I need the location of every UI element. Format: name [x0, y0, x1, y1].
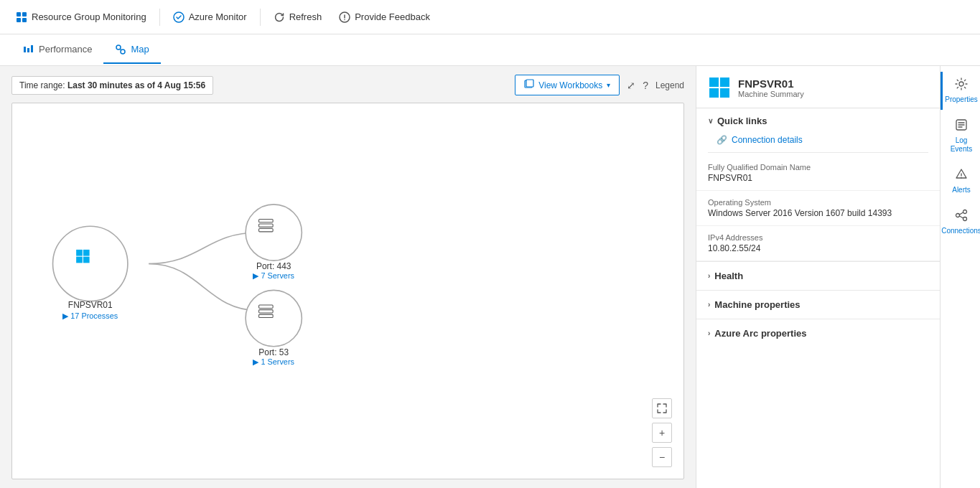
upper-node-servers: ▶ 7 Servers	[253, 271, 294, 280]
zoom-out-button[interactable]: −	[652, 447, 672, 467]
os-label: Operating System	[708, 198, 928, 207]
tab-performance-label: Performance	[39, 44, 92, 55]
os-value: Windows Server 2016 Version 1607 build 1…	[708, 208, 928, 218]
app-icon	[16, 11, 27, 23]
refresh-item[interactable]: Refresh	[266, 7, 330, 27]
legend-section[interactable]: Legend	[655, 80, 684, 90]
windows-logo	[708, 76, 731, 99]
tool-connections[interactable]: Connections	[941, 203, 980, 241]
azure-monitor-icon	[173, 11, 185, 23]
fqdn-value: FNPSVR01	[708, 173, 928, 183]
svg-rect-16	[76, 250, 83, 256]
svg-rect-18	[76, 257, 83, 263]
azure-monitor-label: Azure Monitor	[189, 11, 247, 22]
tab-performance[interactable]: Performance	[11, 37, 103, 64]
machine-name: FNPSVR01	[738, 78, 804, 90]
svg-point-36	[963, 217, 967, 221]
divider2	[260, 9, 261, 26]
main-content: Time range: Last 30 minutes as of 4 Aug …	[0, 66, 980, 488]
feedback-label: Provide Feedback	[355, 11, 430, 22]
quick-links-label: Quick links	[717, 116, 767, 126]
app-title-item[interactable]: Resource Group Monitoring	[9, 7, 154, 27]
map-canvas[interactable]: FNPSVR01 ▶ 17 Processes Port: 443 ▶ 7 Se…	[11, 103, 684, 479]
feedback-item[interactable]: Provide Feedback	[332, 7, 437, 27]
fqdn-section: Fully Qualified Domain Name FNPSVR01	[696, 156, 940, 191]
properties-icon	[955, 78, 968, 93]
svg-line-38	[960, 216, 963, 218]
map-icon	[115, 44, 126, 55]
svg-rect-14	[526, 80, 533, 87]
tab-map-label: Map	[131, 44, 149, 55]
network-map-svg: FNPSVR01 ▶ 17 Processes Port: 443 ▶ 7 Se…	[12, 103, 683, 479]
map-panel: Time range: Last 30 minutes as of 4 Aug …	[0, 66, 696, 488]
ipv4-label: IPv4 Addresses	[708, 233, 928, 242]
tool-properties[interactable]: Properties	[941, 72, 980, 110]
time-range-badge[interactable]: Time range: Last 30 minutes as of 4 Aug …	[11, 76, 213, 95]
tool-log-events[interactable]: Log Events	[941, 113, 980, 159]
alerts-icon	[955, 168, 968, 184]
workbooks-icon	[524, 79, 534, 91]
connections-label: Connections	[941, 227, 980, 235]
zoom-in-icon: +	[659, 427, 665, 438]
machine-subtitle: Machine Summary	[738, 90, 804, 98]
divider1	[159, 9, 160, 26]
health-section[interactable]: › Health	[696, 261, 940, 290]
time-range-value: Last 30 minutes as of 4 Aug 15:56	[67, 80, 205, 90]
azure-monitor-item[interactable]: Azure Monitor	[166, 7, 254, 27]
connection-details-icon: 🔗	[717, 135, 727, 145]
svg-rect-9	[31, 45, 33, 52]
azure-arc-label: Azure Arc properties	[714, 328, 806, 339]
machine-props-section[interactable]: › Machine properties	[696, 290, 940, 319]
expand-icon[interactable]: ⤢	[627, 80, 635, 91]
help-icon[interactable]: ?	[643, 80, 648, 91]
tab-bar: Performance Map	[0, 34, 980, 66]
fit-map-button[interactable]	[652, 398, 672, 418]
svg-point-15	[53, 226, 128, 301]
refresh-icon	[274, 11, 285, 23]
svg-rect-19	[83, 257, 90, 263]
svg-point-24	[246, 290, 302, 346]
quick-links-header[interactable]: ∨ Quick links	[696, 108, 940, 131]
zoom-in-button[interactable]: +	[652, 423, 672, 443]
svg-rect-3	[22, 18, 27, 22]
ipv4-value: 10.80.2.55/24	[708, 243, 928, 253]
svg-rect-17	[83, 250, 90, 256]
view-workbooks-button[interactable]: View Workbooks ▾	[515, 75, 620, 95]
tab-map[interactable]: Map	[103, 37, 160, 64]
azure-arc-chevron: ›	[708, 329, 710, 337]
performance-icon	[23, 44, 34, 55]
svg-rect-28	[709, 78, 719, 87]
view-workbooks-label: View Workbooks	[538, 80, 602, 90]
svg-line-12	[120, 49, 121, 50]
svg-point-34	[956, 214, 960, 217]
svg-rect-7	[24, 47, 26, 52]
ipv4-section: IPv4 Addresses 10.80.2.55/24	[696, 226, 940, 261]
svg-point-20	[246, 205, 302, 261]
svg-rect-8	[27, 48, 29, 52]
connection-details-label: Connection details	[732, 135, 803, 145]
properties-label: Properties	[945, 95, 978, 104]
machine-props-label: Machine properties	[714, 299, 800, 310]
connection-details-link[interactable]: 🔗 Connection details	[696, 131, 940, 149]
svg-point-35	[963, 210, 967, 214]
legend-label: Legend	[655, 80, 684, 90]
workbooks-dropdown-icon: ▾	[607, 81, 610, 89]
azure-arc-section[interactable]: › Azure Arc properties	[696, 319, 940, 347]
zoom-out-icon: −	[659, 451, 665, 463]
time-range-prefix: Time range:	[19, 80, 67, 90]
svg-line-37	[960, 212, 963, 215]
time-range-bar: Time range: Last 30 minutes as of 4 Aug …	[11, 75, 684, 95]
svg-point-6	[344, 19, 345, 20]
svg-rect-31	[720, 88, 729, 98]
main-node-sub: ▶ 17 Processes	[62, 311, 118, 320]
os-section: Operating System Windows Server 2016 Ver…	[696, 191, 940, 226]
top-bar: Resource Group Monitoring Azure Monitor …	[0, 0, 980, 34]
health-label: Health	[714, 271, 743, 281]
tool-alerts[interactable]: Alerts	[941, 162, 980, 200]
main-node-name: FNPSVR01	[68, 300, 113, 310]
detail-header: FNPSVR01 Machine Summary	[696, 66, 940, 108]
svg-rect-1	[22, 12, 27, 17]
log-events-icon	[955, 118, 968, 134]
detail-panel: FNPSVR01 Machine Summary ∨ Quick links 🔗…	[696, 66, 940, 488]
alerts-label: Alerts	[952, 186, 971, 194]
